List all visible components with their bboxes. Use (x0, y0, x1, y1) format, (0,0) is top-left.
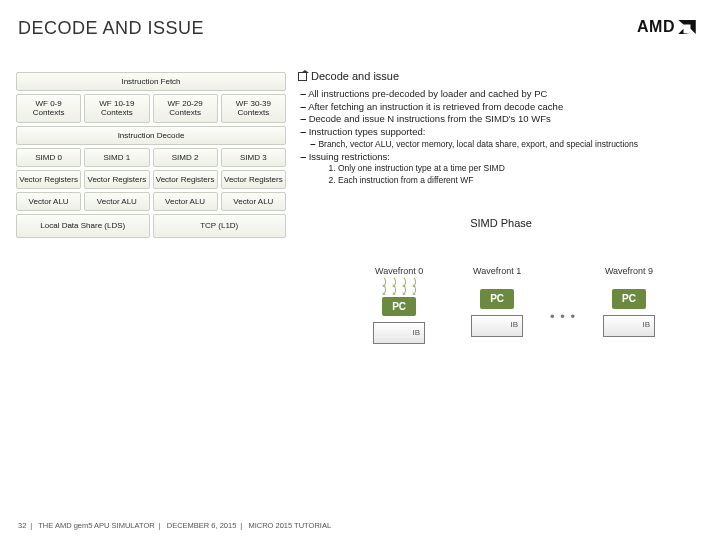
tcp-block: TCP (L1D) (153, 214, 287, 237)
list-item: After fetching an instruction it is retr… (312, 101, 704, 114)
vreg-block: Vector Registers (16, 170, 81, 189)
content-pane: Decode and issue All instructions pre-de… (298, 69, 704, 344)
list-item: Issuing restrictions: (312, 151, 704, 164)
valu-row: Vector ALU Vector ALU Vector ALU Vector … (16, 192, 286, 211)
ib-box: IB (373, 322, 425, 344)
list-item: All instructions pre-decoded by loader a… (312, 88, 704, 101)
simd-block: SIMD 3 (221, 148, 286, 167)
wf-block: WF 0-9 Contexts (16, 94, 81, 122)
simd-block: SIMD 0 (16, 148, 81, 167)
simd-block: SIMD 1 (84, 148, 149, 167)
ib-label: IB (642, 320, 650, 331)
simd-phase-diagram: Wavefront 0 ⤸⤸⤸⤸⤸⤸⤸⤸ PC IB Wavefront 1 x… (298, 265, 704, 344)
pipeline-diagram: Instruction Fetch WF 0-9 Contexts WF 10-… (16, 69, 286, 344)
wavefront-label: Wavefront 1 (473, 265, 521, 277)
wavefront-stack: Wavefront 1 x PC IB (448, 265, 546, 336)
list-item: Each instruction from a different WF (338, 175, 704, 186)
vreg-row: Vector Registers Vector Registers Vector… (16, 170, 286, 189)
list-item: Decode and issue N instructions from the… (312, 113, 704, 126)
phase-title: SIMD Phase (298, 216, 704, 231)
wf-block: WF 20-29 Contexts (153, 94, 218, 122)
page-number: 32 (18, 521, 26, 530)
valu-block: Vector ALU (84, 192, 149, 211)
pc-badge: PC (612, 289, 646, 309)
wf-block: WF 30-39 Contexts (221, 94, 286, 122)
list-item: Only one instruction type at a time per … (338, 163, 704, 174)
simd-row: SIMD 0 SIMD 1 SIMD 2 SIMD 3 (16, 148, 286, 167)
wavefront-stack: Wavefront 9 x PC IB (580, 265, 678, 336)
sub-list: Branch, vector ALU, vector memory, local… (298, 139, 704, 150)
bullet-icon (298, 72, 307, 81)
page-title: DECODE AND ISSUE (0, 0, 720, 39)
brand-text: AMD (637, 18, 675, 36)
amd-arrow-icon (678, 20, 696, 34)
list-item: Instruction types supported: (312, 126, 704, 139)
bullet-list: All instructions pre-decoded by loader a… (298, 88, 704, 139)
list-item: Branch, vector ALU, vector memory, local… (320, 139, 704, 150)
footer-text: MICRO 2015 TUTORIAL (248, 521, 331, 530)
lds-block: Local Data Share (LDS) (16, 214, 150, 237)
simd-block: SIMD 2 (153, 148, 218, 167)
pc-badge: PC (382, 297, 416, 317)
ib-box: IB (471, 315, 523, 337)
ib-box: IB (603, 315, 655, 337)
heading-text: Decode and issue (311, 70, 399, 82)
vreg-block: Vector Registers (221, 170, 286, 189)
bullet-list: Issuing restrictions: (298, 151, 704, 164)
decode-block: Instruction Decode (16, 126, 286, 145)
ib-label: IB (413, 328, 421, 339)
numbered-list: Only one instruction type at a time per … (298, 163, 704, 186)
fetch-block: Instruction Fetch (16, 72, 286, 91)
vreg-block: Vector Registers (84, 170, 149, 189)
valu-block: Vector ALU (16, 192, 81, 211)
section-heading: Decode and issue (298, 69, 704, 84)
arrows-icon: ⤸⤸⤸⤸⤸⤸⤸⤸ (379, 279, 419, 295)
valu-block: Vector ALU (153, 192, 218, 211)
valu-block: Vector ALU (221, 192, 286, 211)
wavefront-stack: Wavefront 0 ⤸⤸⤸⤸⤸⤸⤸⤸ PC IB (350, 265, 448, 344)
wf-block: WF 10-19 Contexts (84, 94, 149, 122)
footer-text: THE AMD gem5 APU SIMULATOR (38, 521, 154, 530)
slide-footer: 32| THE AMD gem5 APU SIMULATOR| DECEMBER… (18, 521, 331, 530)
vreg-block: Vector Registers (153, 170, 218, 189)
ib-label: IB (511, 320, 519, 331)
pc-badge: PC (480, 289, 514, 309)
ellipsis-icon: • • • (546, 284, 580, 326)
footer-text: DECEMBER 6, 2015 (167, 521, 237, 530)
wf-row: WF 0-9 Contexts WF 10-19 Contexts WF 20-… (16, 94, 286, 122)
brand-logo: AMD (637, 18, 696, 36)
wavefront-label: Wavefront 9 (605, 265, 653, 277)
